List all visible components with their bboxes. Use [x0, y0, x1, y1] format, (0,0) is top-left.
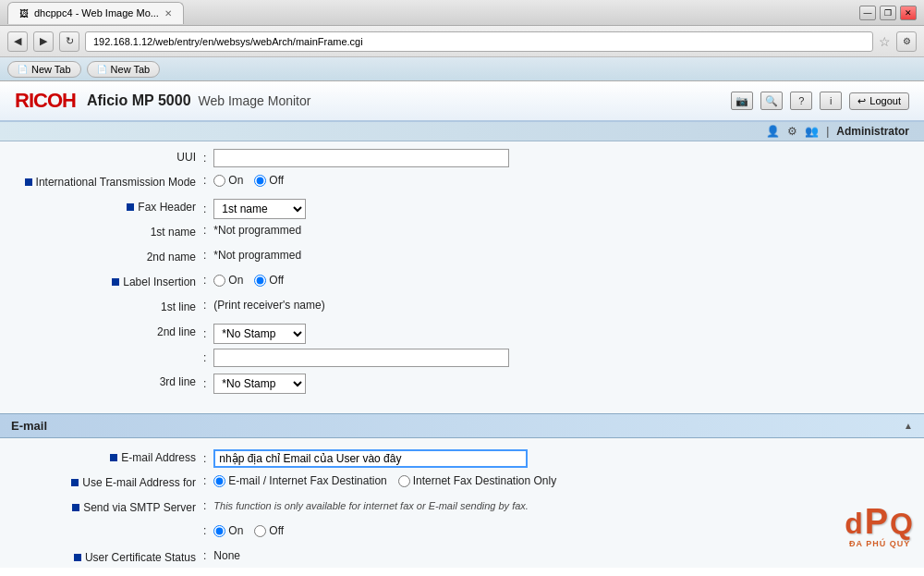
internet-fax-only-radio[interactable]: Internet Fax Destination Only: [398, 474, 556, 487]
user-cert-status-row: User Certificate Status : None: [18, 549, 906, 568]
second-name-label: 2nd name: [18, 249, 203, 263]
back-btn[interactable]: ◀: [7, 31, 28, 52]
tab2-label: New Tab: [111, 64, 151, 75]
info-icon-btn[interactable]: i: [820, 92, 842, 110]
use-email-radio-group: E-mail / Internet Fax Destination Intern…: [213, 474, 556, 487]
main-content: UUI : International Transmission Mode : …: [0, 141, 924, 568]
user-cert-status-label: User Certificate Status: [18, 549, 203, 564]
first-name-label: 1st name: [18, 224, 203, 239]
logout-arrow-icon: ↩: [857, 95, 866, 107]
email-section-body: E-mail Address : Use E-mail Address for …: [0, 442, 924, 568]
third-line-row: 3rd line : *No Stamp Stamp 1 Stamp 2: [18, 374, 906, 394]
email-address-input[interactable]: [213, 449, 528, 468]
help-icon-btn[interactable]: ?: [790, 92, 812, 110]
label-insertion-off-radio[interactable]: Off: [254, 274, 284, 287]
label-insertion-value: : On Off: [203, 274, 906, 287]
product-name: Aficio MP 5000: [87, 92, 191, 109]
intl-trans-on-radio[interactable]: On: [213, 174, 243, 187]
extensions-btn[interactable]: ⚙: [896, 31, 917, 52]
minimize-btn[interactable]: —: [859, 6, 876, 20]
tab-close-btn[interactable]: ✕: [164, 8, 172, 18]
app-subtitle: Web Image Monitor: [199, 93, 311, 108]
new-tab-1[interactable]: 📄 New Tab: [7, 61, 81, 78]
label-insertion-label: Label Insertion: [18, 274, 203, 288]
forward-btn[interactable]: ▶: [33, 31, 54, 52]
tab2-icon: 📄: [97, 65, 107, 74]
fax-header-indicator: [127, 203, 134, 211]
second-line-value: : *No Stamp Stamp 1 Stamp 2: [203, 324, 906, 344]
email-address-value: :: [203, 449, 906, 468]
logout-label: Logout: [869, 95, 901, 106]
smtp-onoff-label: [18, 524, 203, 526]
send-smtp-note: This function is only available for inte…: [213, 500, 529, 511]
send-smtp-label: Send via SMTP Server: [18, 499, 203, 514]
fax-header-select[interactable]: 1st name 2nd name: [213, 199, 306, 219]
search-icon-btn[interactable]: 🔍: [760, 92, 783, 110]
user-icon-1: 👤: [766, 125, 780, 138]
camera-icon-btn[interactable]: 📷: [731, 92, 753, 110]
use-email-value: : E-mail / Internet Fax Destination Inte…: [203, 474, 906, 487]
fax-header-row: Fax Header : 1st name 2nd name: [18, 199, 906, 219]
second-line-row: 2nd line : *No Stamp Stamp 1 Stamp 2: [18, 324, 906, 344]
email-section-header: E-mail ▲: [0, 413, 924, 438]
restore-btn[interactable]: ❐: [880, 6, 896, 20]
tab-favicon: 🖼: [19, 8, 29, 18]
bookmark-star[interactable]: ☆: [879, 34, 891, 49]
second-name-row: 2nd name : *Not programmed: [18, 249, 906, 269]
fax-header-value: : 1st name 2nd name: [203, 199, 906, 219]
uui-input[interactable]: [213, 149, 509, 167]
intl-trans-off-radio[interactable]: Off: [254, 174, 284, 187]
second-line-text-input[interactable]: [213, 349, 509, 367]
intl-trans-value: : On Off: [203, 174, 906, 187]
use-email-label: Use E-mail Address for: [18, 474, 203, 489]
intl-trans-row: International Transmission Mode : On Off: [18, 174, 906, 194]
smtp-on-radio[interactable]: On: [213, 524, 243, 537]
empty-input-row: :: [18, 349, 906, 369]
smtp-off-radio[interactable]: Off: [254, 524, 284, 537]
use-email-indicator: [71, 479, 79, 486]
fax-header-label: Fax Header: [18, 199, 203, 214]
ricoh-logo: RICOH: [15, 89, 76, 113]
first-line-note: (Print receiver's name): [213, 299, 324, 312]
user-icon-3: 👥: [805, 125, 819, 138]
dpq-logo-overlay: dPQ ĐA PHÚ QUÝ: [845, 504, 915, 548]
dpq-text: dPQ: [845, 504, 915, 539]
user-cert-status-value: : None: [203, 549, 906, 562]
new-tab-2[interactable]: 📄 New Tab: [87, 61, 161, 78]
separator: |: [826, 125, 829, 138]
send-smtp-value: : This function is only available for in…: [203, 499, 906, 512]
intl-trans-radio-group: On Off: [213, 174, 284, 187]
close-btn[interactable]: ✕: [900, 6, 917, 20]
email-section-arrow[interactable]: ▲: [904, 421, 913, 431]
admin-row: 👤 ⚙ 👥 | Administrator: [0, 122, 924, 141]
send-smtp-indicator: [72, 504, 79, 511]
address-bar[interactable]: [85, 31, 873, 52]
uui-row: UUI :: [18, 149, 906, 169]
first-name-row: 1st name : *Not programmed: [18, 224, 906, 244]
header-right: 📷 🔍 ? i ↩ Logout: [731, 92, 909, 110]
form-section-top: UUI : International Transmission Mode : …: [0, 141, 924, 406]
intl-trans-indicator: [25, 178, 32, 186]
third-line-select[interactable]: *No Stamp Stamp 1 Stamp 2: [213, 374, 306, 394]
smtp-onoff-radio-group: On Off: [213, 524, 284, 537]
intl-trans-label: International Transmission Mode: [18, 174, 203, 189]
third-line-value: : *No Stamp Stamp 1 Stamp 2: [203, 374, 906, 394]
browser-navbar: ◀ ▶ ↻ ☆ ⚙: [0, 26, 924, 57]
email-internet-fax-radio[interactable]: E-mail / Internet Fax Destination: [213, 474, 386, 487]
tab1-icon: 📄: [18, 65, 28, 74]
uui-value: :: [203, 149, 906, 167]
refresh-btn[interactable]: ↻: [59, 31, 79, 52]
first-name-text: *Not programmed: [213, 224, 301, 237]
logout-btn[interactable]: ↩ Logout: [849, 92, 909, 110]
dpq-logo: dPQ ĐA PHÚ QUÝ: [845, 504, 915, 548]
email-address-label: E-mail Address: [18, 449, 203, 464]
second-line-label: 2nd line: [18, 324, 203, 338]
tab1-label: New Tab: [31, 64, 71, 75]
user-cert-status-indicator: [74, 554, 81, 561]
second-line-select[interactable]: *No Stamp Stamp 1 Stamp 2: [213, 324, 306, 344]
email-address-row: E-mail Address :: [18, 449, 906, 470]
label-insertion-on-radio[interactable]: On: [213, 274, 243, 287]
browser-tab-active[interactable]: 🖼 dhcppc4 - Web Image Mo... ✕: [7, 2, 184, 24]
window-controls: — ❐ ✕: [859, 6, 917, 20]
second-name-text: *Not programmed: [213, 249, 301, 262]
